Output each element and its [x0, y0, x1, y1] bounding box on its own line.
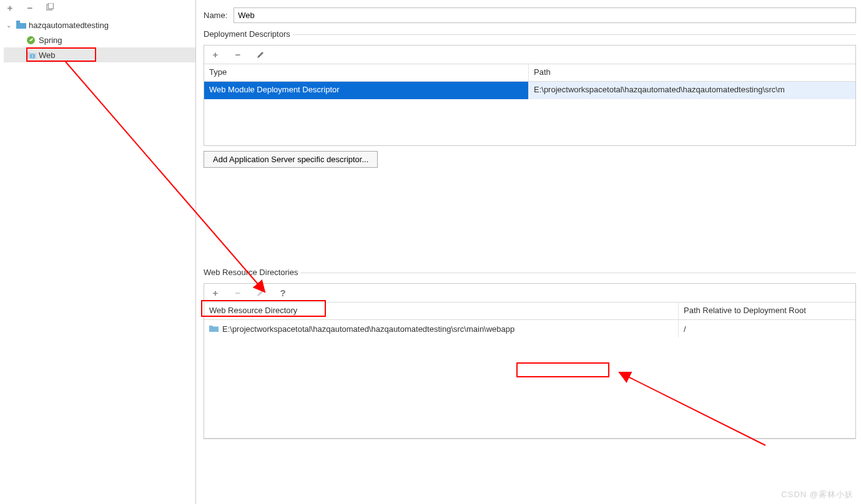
wrd-edit-icon	[255, 288, 265, 298]
dd-col-type: Type	[204, 64, 529, 81]
dd-edit-icon[interactable]	[255, 50, 265, 60]
wrd-remove-icon: −	[233, 288, 243, 298]
wrd-cell-rel: /	[679, 320, 855, 337]
module-tree: ⌄ hazqautomatedtesting Spring Web	[0, 15, 195, 62]
chevron-down-icon: ⌄	[6, 22, 14, 29]
wrd-col-dir: Web Resource Directory	[204, 303, 679, 319]
spring-icon	[26, 36, 36, 44]
wrd-toolbar: + − ?	[204, 284, 855, 303]
dd-row[interactable]: Web Module Deployment Descriptor E:\proj…	[204, 82, 855, 99]
wrd-table-header: Web Resource Directory Path Relative to …	[204, 303, 855, 320]
tree-item-web[interactable]: Web	[4, 47, 195, 62]
tree-root-label: hazqautomatedtesting	[29, 21, 109, 30]
dd-remove-icon[interactable]: −	[233, 50, 243, 60]
tree-item-spring[interactable]: Spring	[4, 32, 195, 47]
name-field[interactable]	[234, 7, 856, 23]
wrd-cell-dir: E:\projectworkspacetotal\hazqautomated\h…	[204, 320, 679, 337]
remove-icon[interactable]: −	[25, 2, 35, 12]
dd-panel: + − Type Path Web Module Deployment Desc…	[204, 45, 856, 146]
deployment-descriptors-group: Deployment Descriptors + − Type Path Web…	[204, 29, 856, 168]
wrd-col-rel: Path Relative to Deployment Root	[679, 303, 855, 319]
wrd-panel: + − ? Web Resource Directory Path Relati…	[204, 283, 856, 439]
watermark: CSDN @雾林小妖	[781, 489, 854, 500]
wrd-dir-text: E:\projectworkspacetotal\hazqautomated\h…	[222, 324, 514, 334]
wrd-add-icon[interactable]: +	[210, 288, 220, 298]
name-row: Name:	[196, 0, 861, 29]
wrd-help-icon[interactable]: ?	[278, 288, 288, 298]
tree-root[interactable]: ⌄ hazqautomatedtesting	[4, 17, 195, 32]
wrd-table-body: E:\projectworkspacetotal\hazqautomated\h…	[204, 320, 855, 439]
dd-title: Deployment Descriptors	[204, 29, 290, 40]
folder-icon	[16, 21, 26, 29]
folder-small-icon	[209, 324, 219, 334]
add-icon[interactable]: +	[5, 2, 15, 12]
sidebar: + − ⌄ hazqautomatedtesting Spring Web	[0, 0, 196, 504]
dd-col-path: Path	[529, 64, 855, 81]
tree-item-label: Web	[39, 51, 56, 60]
copy-icon[interactable]	[45, 2, 55, 12]
web-resource-directories-group: Web Resource Directories + − ? Web Resou…	[204, 268, 856, 439]
dd-cell-path: E:\projectworkspacetotal\hazqautomated\h…	[529, 82, 855, 99]
main-panel: Name: Deployment Descriptors + − Type Pa…	[196, 0, 861, 504]
web-icon	[26, 51, 36, 59]
dd-cell-type: Web Module Deployment Descriptor	[204, 82, 529, 99]
svg-rect-2	[16, 21, 20, 22]
dd-table-body: Web Module Deployment Descriptor E:\proj…	[204, 82, 855, 145]
dd-add-icon[interactable]: +	[210, 50, 220, 60]
wrd-row[interactable]: E:\projectworkspacetotal\hazqautomated\h…	[204, 320, 855, 337]
dd-toolbar: + −	[204, 46, 855, 64]
dd-table-header: Type Path	[204, 64, 855, 82]
name-label: Name:	[204, 11, 227, 20]
wrd-title: Web Resource Directories	[204, 268, 298, 278]
sidebar-toolbar: + −	[0, 0, 195, 15]
svg-rect-1	[49, 3, 54, 9]
add-server-descriptor-button[interactable]: Add Application Server specific descript…	[204, 151, 378, 168]
tree-item-label: Spring	[39, 36, 62, 45]
